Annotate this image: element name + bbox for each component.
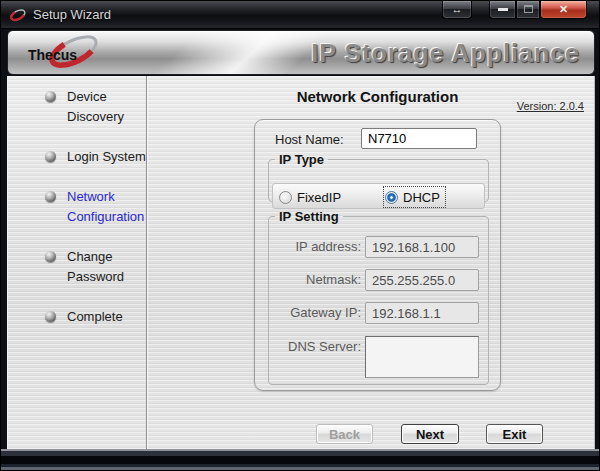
ip-address-label: IP address: — [269, 236, 361, 258]
fixedip-radio-label: FixedIP — [297, 190, 341, 205]
host-name-label: Host Name: — [275, 132, 344, 147]
version-link[interactable]: Version: 2.0.4 — [517, 100, 584, 112]
step-bullet-icon — [45, 91, 56, 102]
sidebar-item-label: Complete — [67, 307, 155, 327]
step-bullet-icon — [45, 151, 56, 162]
setup-wizard-window: Setup Wizard ↔ ✕ Thecus IP Storage Appli… — [0, 0, 600, 471]
thecus-brand-text: Thecus — [28, 47, 77, 63]
netmask-label: Netmask: — [269, 269, 361, 291]
dns-server-label: DNS Server: — [269, 336, 361, 358]
ip-type-radio-band: FixedIP DHCP — [272, 183, 485, 209]
next-button[interactable]: Next — [401, 424, 459, 444]
close-button[interactable]: ✕ — [540, 1, 587, 19]
page-title: Network Configuration — [254, 88, 501, 105]
back-button: Back — [316, 424, 373, 444]
window-bottom-frame — [1, 449, 599, 471]
ip-address-input — [365, 236, 479, 258]
minimize-button[interactable] — [489, 1, 516, 19]
fixedip-radio-option[interactable]: FixedIP — [279, 188, 341, 206]
host-name-input[interactable] — [361, 128, 477, 149]
window-title: Setup Wizard — [33, 7, 111, 22]
title-bar[interactable]: Setup Wizard ↔ ✕ — [1, 1, 599, 29]
dns-server-textarea — [365, 336, 479, 378]
sidebar-item-network-configuration[interactable]: Network Configuration — [47, 187, 146, 227]
maximize-button[interactable] — [516, 1, 540, 19]
thecus-banner-logo: Thecus — [22, 34, 108, 74]
fixedip-radio-icon[interactable] — [279, 191, 292, 204]
netmask-input — [365, 269, 479, 291]
header-banner: Thecus IP Storage Appliance — [7, 30, 595, 75]
wizard-steps-sidebar: Device Discovery Login System Network Co… — [7, 76, 146, 449]
minimize-icon — [498, 8, 508, 11]
sidebar-item-label: Login System — [67, 147, 155, 167]
step-bullet-icon — [45, 251, 56, 262]
ip-setting-legend: IP Setting — [275, 209, 343, 224]
close-icon: ✕ — [559, 3, 568, 15]
ip-setting-fieldset: IP Setting IP address: Netmask: Gateway … — [268, 209, 489, 385]
maximize-icon — [524, 5, 533, 13]
ip-type-fieldset: IP Type FixedIP DHCP — [268, 152, 489, 202]
ip-type-legend: IP Type — [275, 152, 328, 167]
dhcp-radio-option[interactable]: DHCP — [385, 188, 444, 206]
sidebar-item-device-discovery[interactable]: Device Discovery — [47, 87, 146, 127]
sidebar-item-change-password[interactable]: Change Password — [47, 247, 146, 287]
thecus-logo-icon — [9, 6, 27, 24]
sidebar-item-login-system[interactable]: Login System — [47, 147, 146, 167]
content-area: Device Discovery Login System Network Co… — [7, 76, 595, 449]
gateway-ip-label: Gateway IP: — [269, 302, 361, 324]
step-bullet-icon — [45, 191, 56, 202]
sidebar-item-label: Network Configuration — [67, 187, 155, 227]
exit-button[interactable]: Exit — [486, 424, 543, 444]
network-config-form: Host Name: IP Type FixedIP DHCP IP Setti… — [254, 119, 501, 391]
product-title: IP Storage Appliance — [311, 39, 580, 68]
sidebar-item-complete[interactable]: Complete — [47, 307, 146, 327]
resize-button[interactable]: ↔ — [442, 1, 472, 19]
sidebar-item-label: Change Password — [67, 247, 155, 287]
dhcp-radio-label: DHCP — [403, 190, 440, 205]
resize-icon: ↔ — [452, 3, 463, 15]
step-bullet-icon — [45, 311, 56, 322]
sidebar-item-label: Device Discovery — [67, 87, 155, 127]
gateway-ip-input — [365, 302, 479, 324]
dhcp-radio-icon[interactable] — [385, 191, 398, 204]
